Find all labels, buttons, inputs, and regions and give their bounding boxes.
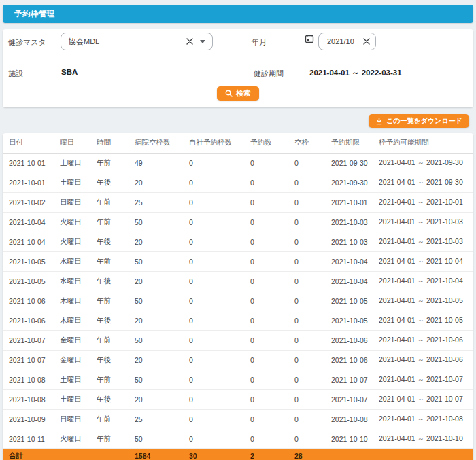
table-cell: 午前	[97, 153, 135, 173]
table-cell: 0	[189, 389, 250, 409]
chevron-down-icon[interactable]	[200, 40, 205, 43]
table-cell: 午後	[97, 232, 135, 251]
search-button-label: 検索	[236, 88, 251, 99]
table-cell: 2021-10-07	[3, 330, 60, 350]
table-cell: 午前	[97, 251, 135, 271]
table-cell: 2021-09-30	[331, 153, 379, 173]
table-cell: 0	[250, 192, 294, 212]
table-cell: 2021-10-07	[3, 350, 60, 370]
footer-empty-cell	[60, 448, 97, 460]
table-cell: 0	[294, 153, 331, 173]
table-cell: 0	[250, 251, 294, 271]
master-clear-icon[interactable]	[185, 37, 194, 46]
table-cell: 0	[250, 370, 294, 389]
table-row: 2021-10-01土曜日午後200002021-09-302021-04-01…	[3, 173, 473, 192]
table-cell: 0	[250, 291, 294, 311]
table-cell: 2021-10-05	[3, 251, 60, 271]
table-cell: 0	[250, 409, 294, 429]
table-cell: 午前	[97, 330, 135, 350]
table-cell: 午前	[97, 291, 135, 311]
table-row: 2021-10-02日曜日午前250002021-10-012021-04-01…	[3, 192, 473, 212]
table-cell: 0	[189, 429, 250, 448]
table-cell: 20	[135, 350, 189, 370]
month-field-wrap	[318, 33, 376, 50]
table-cell: 0	[189, 350, 250, 370]
column-header: 日付	[3, 133, 60, 153]
column-header: 曜日	[60, 133, 97, 153]
column-header: 予約期限	[331, 133, 379, 153]
table-cell: 2021-10-01	[3, 173, 60, 192]
table-cell: 2021-04-01 ～ 2021-10-03	[379, 232, 473, 251]
table-cell: 土曜日	[60, 389, 97, 409]
table-cell: 土曜日	[60, 370, 97, 389]
table-cell: 2021-10-03	[331, 212, 379, 232]
table-cell: 2021-10-06	[331, 350, 379, 370]
footer-total-label: 合計	[3, 448, 60, 460]
table-cell: 0	[189, 153, 250, 173]
column-header: 時間	[97, 133, 135, 153]
table-cell: 0	[250, 389, 294, 409]
download-button-label: この一覧をダウンロード	[386, 116, 462, 126]
table-cell: 2021-04-01 ～ 2021-09-30	[379, 153, 473, 173]
master-select-value: 協会MDL	[61, 37, 185, 47]
table-row: 2021-10-06木曜日午前500002021-10-052021-04-01…	[3, 291, 473, 311]
table-cell: 20	[135, 271, 189, 291]
table-cell: 2021-04-01 ～ 2021-10-04	[379, 271, 473, 291]
table-cell: 50	[135, 212, 189, 232]
table-cell: 水曜日	[60, 271, 97, 291]
footer-empty-slots-total: 28	[294, 448, 331, 460]
page: { "title_bar": { "title": "予約枠管理" }, "fi…	[0, 0, 476, 460]
table-cell: 0	[189, 409, 250, 429]
slots-table-card: 日付曜日時間病院空枠数自社予約枠数予約数空枠予約期限枠予約可能期間 2021-1…	[3, 133, 473, 460]
table-cell: 2021-10-10	[331, 429, 379, 448]
table-cell: 2021-04-01 ～ 2021-10-08	[379, 409, 473, 429]
column-header: 予約数	[250, 133, 294, 153]
table-row: 2021-10-09日曜日午前250002021-10-082021-04-01…	[3, 409, 473, 429]
table-cell: 0	[294, 251, 331, 271]
table-cell: 2021-04-01 ～ 2021-10-05	[379, 311, 473, 330]
search-button[interactable]: 検索	[217, 86, 259, 101]
table-cell: 2021-10-07	[331, 389, 379, 409]
page-title-bar: 予約枠管理	[3, 5, 473, 23]
table-cell: 2021-09-30	[331, 173, 379, 192]
table-cell: 20	[135, 311, 189, 330]
month-clear-icon[interactable]	[362, 37, 371, 46]
slots-table: 日付曜日時間病院空枠数自社予約枠数予約数空枠予約期限枠予約可能期間 2021-1…	[3, 133, 473, 460]
download-list-button[interactable]: この一覧をダウンロード	[369, 114, 469, 128]
table-cell: 0	[189, 192, 250, 212]
table-cell: 火曜日	[60, 212, 97, 232]
table-cell: 0	[250, 232, 294, 251]
table-cell: 2021-04-01 ～ 2021-10-10	[379, 429, 473, 448]
table-cell: 午後	[97, 271, 135, 291]
table-cell: 0	[189, 251, 250, 271]
table-cell: 午前	[97, 409, 135, 429]
table-cell: 0	[189, 291, 250, 311]
table-row: 2021-10-07金曜日午後200002021-10-062021-04-01…	[3, 350, 473, 370]
search-icon	[225, 90, 233, 97]
table-cell: 50	[135, 370, 189, 389]
facility-value: SBA	[61, 68, 78, 76]
table-cell: 0	[294, 212, 331, 232]
column-header: 枠予約可能期間	[379, 133, 473, 153]
table-cell: 0	[189, 212, 250, 232]
footer-own-slots-total: 30	[189, 448, 250, 460]
calendar-icon[interactable]	[305, 34, 314, 43]
table-cell: 午前	[97, 192, 135, 212]
table-cell: 50	[135, 251, 189, 271]
table-cell: 2021-10-04	[3, 212, 60, 232]
table-cell: 午前	[97, 370, 135, 389]
table-cell: 日曜日	[60, 192, 97, 212]
table-cell: 0	[250, 429, 294, 448]
table-cell: 2021-10-01	[331, 192, 379, 212]
table-cell: 2021-10-03	[331, 232, 379, 251]
master-select[interactable]: 協会MDL	[61, 33, 213, 50]
table-cell: 0	[189, 311, 250, 330]
table-cell: 0	[250, 153, 294, 173]
table-cell: 20	[135, 173, 189, 192]
table-cell: 20	[135, 389, 189, 409]
table-row: 2021-10-04火曜日午後200002021-10-032021-04-01…	[3, 232, 473, 251]
table-cell: 2021-10-05	[3, 271, 60, 291]
master-label: 健診マスタ	[8, 37, 46, 48]
download-icon	[375, 118, 383, 125]
table-cell: 0	[294, 232, 331, 251]
